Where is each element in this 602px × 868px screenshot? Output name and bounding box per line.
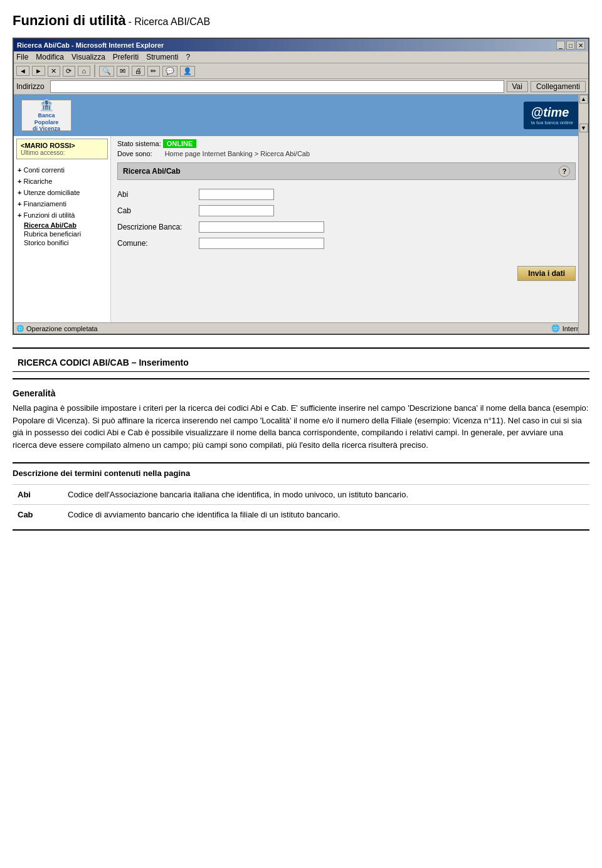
generalita-title: Generalità <box>13 388 589 398</box>
where-row: Dove sono: Home page Internet Banking > … <box>117 150 576 157</box>
status-text: Operazione completata <box>26 325 98 332</box>
print-button[interactable]: 🖨 <box>132 66 145 76</box>
user-name: <MARIO ROSSI> <box>21 142 103 149</box>
input-comune[interactable] <box>199 238 324 249</box>
back-button[interactable]: ◄ <box>16 66 29 76</box>
terms-section: Descrizione dei termini contenuti nella … <box>13 462 589 531</box>
menu-strumenti[interactable]: Strumenti <box>146 53 178 61</box>
browser-content: 🏦 Banca Popolare di Vicenza @time la tua… <box>14 95 588 334</box>
term-desc-abi: Codice dell'Associazione bancaria italia… <box>63 485 589 505</box>
discuss-button[interactable]: 💬 <box>162 66 177 77</box>
submit-row: Invia i dati <box>117 266 576 281</box>
brand-logo-sub: la tua banca online <box>531 120 573 125</box>
status-icon: 🌐 <box>16 325 24 332</box>
input-abi[interactable] <box>199 189 274 200</box>
sidebar-item-utenze[interactable]: Utenze domiciliate <box>16 187 108 198</box>
form-container: Abi Cab Descrizione Banca: Comune: <box>117 186 576 257</box>
browser-addressbar: Indirizzo Vai Collegamenti <box>14 79 588 95</box>
generalita-text: Nella pagina è possibile impostare i cri… <box>13 402 589 451</box>
brand-logo-text: @time <box>531 105 573 120</box>
sidebar-item-finanziamenti[interactable]: Finanziamenti <box>16 198 108 209</box>
form-row-desc: Descrizione Banca: <box>117 221 576 233</box>
doc-table: RICERCA CODICI ABI/CAB – Inserimento <box>13 355 589 372</box>
input-desc[interactable] <box>199 221 324 233</box>
brand-logo: @time la tua banca online <box>524 102 581 129</box>
term-desc-cab: Codice di avviamento bancario che identi… <box>63 505 589 525</box>
maximize-button[interactable]: □ <box>566 41 575 50</box>
menu-preferiti[interactable]: Preferiti <box>113 53 139 61</box>
ricerca-header-row: RICERCA CODICI ABI/CAB – Inserimento <box>13 355 589 372</box>
mail-button[interactable]: ✉ <box>117 66 129 77</box>
forward-button[interactable]: ► <box>32 66 45 76</box>
bank-logo-icon: 🏦 <box>40 98 53 112</box>
search-button[interactable]: 🔍 <box>99 66 114 77</box>
menu-modifica[interactable]: Modifica <box>36 53 64 61</box>
home-button[interactable]: ⌂ <box>78 66 90 76</box>
section-title-bar: Ricerca Abi/Cab ? <box>117 162 576 180</box>
browser-title-text: Ricerca Abi/Cab - Microsoft Internet Exp… <box>17 41 164 49</box>
sidebar-item-conti[interactable]: Conti correnti <box>16 164 108 176</box>
menu-help[interactable]: ? <box>186 53 191 61</box>
help-icon[interactable]: ? <box>559 166 570 177</box>
messenger-button[interactable]: 👤 <box>180 66 195 77</box>
terms-title: Descrizione dei termini contenuti nella … <box>13 468 589 478</box>
term-row-cab: Cab Codice di avviamento bancario che id… <box>13 505 589 525</box>
minimize-button[interactable]: _ <box>556 41 565 50</box>
user-box: <MARIO ROSSI> Ultimo accesso: <box>16 139 108 159</box>
scrollbar[interactable]: ▲ ▼ <box>578 95 588 334</box>
sidebar-sub-storico[interactable]: Storico bonifici <box>23 238 108 247</box>
close-button[interactable]: ✕ <box>576 41 585 50</box>
status-row: Stato sistema: ONLINE <box>117 140 576 147</box>
term-label-abi: Abi <box>13 485 63 505</box>
browser-titlebar: Ricerca Abi/Cab - Microsoft Internet Exp… <box>14 39 588 51</box>
scroll-up-button[interactable]: ▲ <box>579 95 588 103</box>
refresh-button[interactable]: ⟳ <box>63 66 75 77</box>
form-row-cab: Cab <box>117 205 576 216</box>
where-value: Home page Internet Banking > Ricerca Abi… <box>165 150 310 157</box>
links-button[interactable]: Collegamenti <box>531 81 586 92</box>
sidebar-sub-rubrica[interactable]: Rubrica beneficiari <box>23 230 108 238</box>
address-input[interactable] <box>50 80 504 93</box>
form-row-abi: Abi <box>117 189 576 200</box>
browser-window: Ricerca Abi/Cab - Microsoft Internet Exp… <box>13 38 589 335</box>
submit-button[interactable]: Invia i dati <box>517 266 576 281</box>
section-title-text: Ricerca Abi/Cab <box>123 167 181 176</box>
status-label: Stato sistema: <box>117 140 161 147</box>
menu-file[interactable]: File <box>16 53 28 61</box>
bank-logo-text: Banca Popolare di Vicenza <box>33 112 60 132</box>
edit-button[interactable]: ✏ <box>147 66 160 77</box>
label-abi: Abi <box>117 190 199 199</box>
where-label: Dove sono: <box>117 150 152 157</box>
sidebar-item-funzioni[interactable]: Funzioni di utilità <box>16 209 108 221</box>
browser-statusbar: 🌐 Operazione completata 🌐 Internet <box>14 322 588 334</box>
stop-button[interactable]: ✕ <box>48 66 60 77</box>
internet-icon: 🌐 <box>551 324 560 332</box>
input-cab[interactable] <box>199 205 274 216</box>
term-label-cab: Cab <box>13 505 63 525</box>
sidebar-sub-menu: Ricerca Abi/Cab Rubrica beneficiari Stor… <box>16 221 108 247</box>
user-last-label: Ultimo accesso: <box>21 149 103 156</box>
terms-table: Abi Codice dell'Associazione bancaria it… <box>13 484 589 524</box>
toolbar-separator <box>94 65 95 77</box>
label-desc: Descrizione Banca: <box>117 223 199 231</box>
generalita-section: Generalità Nella pagina è possibile impo… <box>13 388 589 451</box>
menu-visualizza[interactable]: Visualizza <box>71 53 105 61</box>
browser-menubar: File Modifica Visualizza Preferiti Strum… <box>14 51 588 63</box>
bank-logo: 🏦 Banca Popolare di Vicenza <box>21 100 71 131</box>
status-value: ONLINE <box>163 139 197 148</box>
scroll-down-button[interactable]: ▼ <box>579 124 588 132</box>
status-left: 🌐 Operazione completata <box>16 325 98 332</box>
address-label: Indirizzo <box>16 82 48 91</box>
ricerca-title-cell: RICERCA CODICI ABI/CAB – Inserimento <box>13 355 589 372</box>
form-row-comune: Comune: <box>117 238 576 249</box>
sidebar-item-ricariche[interactable]: Ricariche <box>16 176 108 187</box>
label-comune: Comune: <box>117 239 199 248</box>
go-button[interactable]: Vai <box>507 81 528 92</box>
label-cab: Cab <box>117 206 199 215</box>
sidebar-menu: Conti correnti Ricariche Utenze domicili… <box>14 162 110 250</box>
bank-main: Stato sistema: ONLINE Dove sono: Home pa… <box>111 136 588 322</box>
page-subtitle: - Ricerca ABI/CAB <box>128 16 210 27</box>
sidebar-sub-ricerca[interactable]: Ricerca Abi/Cab <box>23 221 108 230</box>
page-title: Funzioni di utilità <box>13 13 126 28</box>
browser-toolbar: ◄ ► ✕ ⟳ ⌂ 🔍 ✉ 🖨 ✏ 💬 👤 <box>14 63 588 79</box>
